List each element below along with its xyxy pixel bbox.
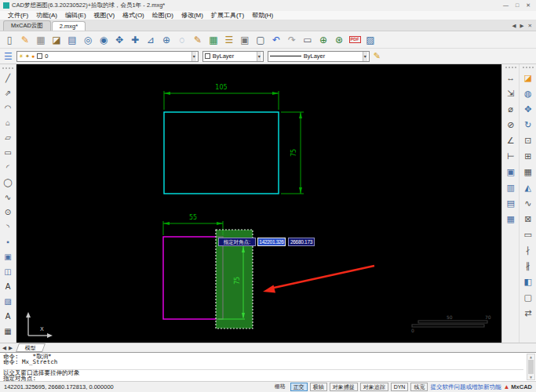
scroll-up-icon[interactable]: ▲	[530, 354, 532, 359]
tab-mxcad-cloud[interactable]: MxCAD云图	[3, 20, 51, 31]
web-icon[interactable]: ⊕	[315, 32, 331, 48]
block-icon[interactable]: ▣	[1, 249, 16, 264]
close-icon[interactable]: ✕	[526, 2, 531, 9]
web-publish-icon[interactable]: ⊛	[331, 32, 347, 48]
tab-2mxg[interactable]: 2.mxg*	[52, 21, 86, 31]
display-icon[interactable]: ▢	[253, 32, 268, 48]
minimize-icon[interactable]: —	[503, 2, 509, 9]
zoom-dynamic-icon[interactable]: ⊿	[143, 32, 159, 48]
array-icon[interactable]: ▦	[520, 164, 536, 180]
hatch-icon[interactable]: ▦	[1, 324, 16, 339]
paste-objects-icon[interactable]: ▦	[503, 211, 519, 227]
dyn-y-input[interactable]: 26680.173	[288, 238, 315, 246]
color-combo[interactable]: ByLayer ▾	[202, 51, 264, 62]
match-properties-icon[interactable]: ▥	[503, 180, 519, 195]
arc-3point-icon[interactable]: ◜	[1, 160, 16, 175]
pdf-export-icon[interactable]: PDF	[347, 32, 363, 48]
dimension-105[interactable]	[164, 91, 279, 110]
cyan-rectangle[interactable]	[164, 112, 279, 194]
dim-radius-icon[interactable]: ⊘	[503, 117, 519, 132]
dimension-55[interactable]	[163, 221, 223, 235]
revcloud-icon[interactable]: ◝	[1, 220, 16, 234]
menu-express-tools[interactable]: 扩展工具(T)	[207, 11, 248, 20]
menu-draw[interactable]: 绘图(D)	[148, 11, 177, 20]
dim-diameter-icon[interactable]: ⌀	[503, 101, 519, 117]
image-export-icon[interactable]: ▨	[363, 32, 378, 48]
rectangle-tool-icon[interactable]: ▭	[520, 227, 536, 242]
mtext-icon[interactable]: A	[1, 309, 16, 324]
mirror-icon[interactable]: ◭	[520, 180, 536, 195]
tab-model[interactable]: 模型	[16, 343, 46, 352]
layer-combo-arrow-icon[interactable]: ▾	[191, 52, 196, 61]
box3d-icon[interactable]: ◧	[520, 274, 536, 289]
zoom-extents-icon[interactable]: ✥	[111, 32, 127, 48]
toolbar-grip[interactable]	[505, 67, 516, 68]
save-as-icon[interactable]: ▤	[64, 32, 80, 48]
linetype-combo-arrow-icon[interactable]: ▾	[363, 52, 367, 61]
tab-scroll-left-icon[interactable]: ◀	[512, 23, 516, 29]
toggle-osnap[interactable]: 对象捕捉	[330, 383, 358, 391]
open-icon[interactable]: ◪	[49, 32, 64, 48]
scroll-thumb[interactable]	[528, 360, 534, 374]
explode-icon[interactable]: ⊠	[520, 211, 536, 227]
dim-angular-icon[interactable]: ∠	[503, 132, 519, 148]
line-icon[interactable]: ╱	[1, 71, 16, 85]
maximize-icon[interactable]: □	[516, 2, 519, 9]
construction-line-icon[interactable]: ⇗	[1, 85, 16, 100]
rotate-icon[interactable]: ↻	[520, 117, 536, 132]
copy-doc-icon[interactable]: ▣	[237, 32, 253, 48]
dim-leader-icon[interactable]: ⊢	[503, 148, 519, 164]
command-scrollbar[interactable]: ▲ ▼	[527, 354, 535, 380]
arc-icon[interactable]: ◠	[1, 100, 16, 115]
dyn-x-input[interactable]: 142201.326	[257, 238, 286, 246]
draw-order-icon[interactable]: ✎	[190, 32, 206, 48]
offset-icon[interactable]: ⊞	[520, 148, 536, 164]
break-icon[interactable]: ∤	[520, 242, 536, 258]
layout-prev-icon[interactable]: ◀	[2, 345, 6, 351]
pan-icon[interactable]: ✚	[127, 32, 143, 48]
copy-tool-icon[interactable]: ◍	[520, 85, 536, 101]
magenta-rectangle[interactable]	[163, 237, 223, 319]
command-window[interactable]: 命令: *取消*命令: Mx_Stretch以交叉窗口选择要拉伸的对象指定对角点…	[0, 352, 536, 381]
layout-next-icon[interactable]: ▶	[9, 345, 13, 351]
dim-linear-icon[interactable]: ↔	[503, 70, 519, 85]
polyline-icon[interactable]: ▱	[1, 130, 16, 145]
undo-icon[interactable]: ↶	[268, 32, 284, 48]
block-edit-icon[interactable]: ◫	[1, 264, 16, 279]
table-icon[interactable]: ▦	[206, 32, 221, 48]
red-annotation-arrow[interactable]	[263, 266, 374, 293]
redo-icon[interactable]: ↷	[284, 32, 300, 48]
linetype-combo[interactable]: ByLayer ▾	[268, 51, 370, 62]
circle-icon[interactable]: ◯	[1, 175, 16, 190]
toggle-lineweight[interactable]: 线宽	[410, 383, 428, 391]
dim-aligned-icon[interactable]: ⇲	[503, 85, 519, 101]
image-icon[interactable]: ▨	[1, 294, 16, 309]
point-icon[interactable]: ▪	[1, 234, 16, 249]
stretch-icon[interactable]: ⇄	[520, 305, 536, 321]
copy-objects-icon[interactable]: ▤	[503, 195, 519, 211]
menu-file[interactable]: 文件(F)	[4, 11, 32, 20]
new-file-icon[interactable]: ▯	[2, 32, 17, 48]
toggle-dyn[interactable]: DYN	[391, 383, 409, 391]
text-icon[interactable]: A	[1, 279, 16, 294]
menu-function[interactable]: 功能(A)	[32, 11, 61, 20]
polygon-icon[interactable]: ⌂	[1, 115, 16, 130]
drawing-canvas[interactable]: 105 75	[16, 64, 501, 343]
trim-icon[interactable]: ∦	[520, 258, 536, 274]
layer-manager-icon[interactable]: ☰	[4, 51, 13, 62]
save-icon[interactable]: ▦	[33, 32, 49, 48]
scale-icon[interactable]: ⊡	[520, 132, 536, 148]
layer-tools-icon[interactable]: ▣	[503, 164, 519, 180]
zoom-object-icon[interactable]: ⊕	[159, 32, 174, 48]
toolbar-grip[interactable]	[2, 67, 13, 69]
spline-icon[interactable]: ∿	[1, 190, 16, 205]
region-icon[interactable]: ▢	[520, 289, 536, 305]
tab-close-icon[interactable]: ✕	[528, 23, 532, 29]
feedback-link[interactable]: 提交软件问题或增加新功能	[430, 383, 501, 391]
scroll-down-icon[interactable]: ▼	[530, 375, 532, 379]
move-icon[interactable]: ✥	[520, 101, 536, 117]
toggle-grid[interactable]: 栅格	[272, 383, 288, 391]
toggle-ortho[interactable]: 正交	[290, 383, 308, 391]
layer-combo[interactable]: ☀✦● 0 ▾	[16, 51, 199, 62]
toolbar-grip[interactable]	[523, 67, 534, 68]
